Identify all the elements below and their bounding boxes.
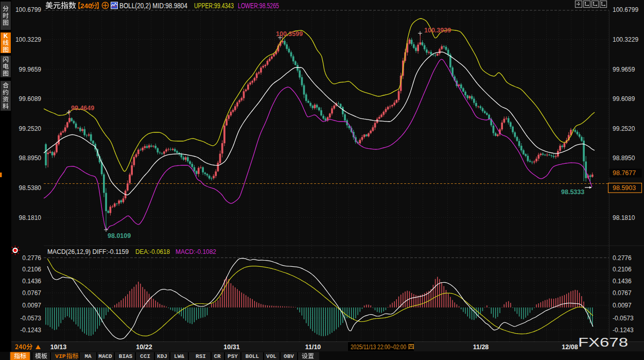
svg-text:100.3229: 100.3229 (613, 36, 638, 43)
svg-text:0.2106: 0.2106 (22, 266, 41, 273)
svg-text:VIP: VIP (55, 353, 66, 359)
svg-text:12/08: 12/08 (562, 344, 578, 351)
svg-text:BIAS: BIAS (119, 353, 133, 359)
svg-text:LOWER:98.5265: LOWER:98.5265 (238, 2, 279, 10)
svg-text:-0.1243: -0.1243 (613, 327, 634, 334)
svg-text:K: K (4, 32, 8, 40)
svg-text:0.1436: 0.1436 (613, 278, 632, 285)
svg-text:OBV: OBV (284, 353, 294, 359)
svg-text:98.5380: 98.5380 (19, 184, 42, 192)
svg-text:0.0097: 0.0097 (22, 302, 41, 309)
svg-text:99.2520: 99.2520 (613, 125, 635, 132)
svg-text:98.5333: 98.5333 (561, 188, 584, 196)
svg-text:99.2520: 99.2520 (19, 125, 42, 132)
svg-text:99.6089: 99.6089 (613, 95, 635, 102)
svg-text:BOLL: BOLL (246, 353, 259, 359)
svg-text:DEA:-0.0618: DEA:-0.0618 (135, 248, 170, 255)
svg-text:-0.0573: -0.0573 (20, 315, 41, 322)
svg-text:-0.1243: -0.1243 (20, 327, 41, 334)
svg-text:MACD: MACD (98, 353, 112, 359)
svg-text:0.0767: 0.0767 (613, 289, 632, 297)
svg-text:PSY: PSY (228, 353, 238, 359)
svg-text:100.6799: 100.6799 (613, 6, 638, 13)
svg-text:CR: CR (214, 353, 221, 359)
svg-text:0.2776: 0.2776 (613, 254, 632, 262)
svg-text:10/31: 10/31 (223, 344, 239, 351)
svg-text:99.6089: 99.6089 (19, 95, 42, 102)
svg-text:10/13: 10/13 (50, 344, 66, 351)
svg-text:BOLL(20,2) MID:98.9804: BOLL(20,2) MID:98.9804 (119, 2, 187, 10)
svg-text:VOL: VOL (266, 353, 276, 359)
svg-text:-0.0573: -0.0573 (613, 315, 634, 322)
svg-text:98.5903: 98.5903 (613, 184, 636, 192)
svg-text:0.0097: 0.0097 (613, 302, 632, 309)
svg-text:RSI: RSI (196, 353, 206, 359)
svg-text:2025/11/13 22:00~02:00: 2025/11/13 22:00~02:00 (351, 344, 406, 351)
svg-text:240: 240 (80, 2, 92, 10)
svg-text:0.1436: 0.1436 (22, 278, 41, 285)
svg-text:98.7677: 98.7677 (613, 169, 636, 177)
svg-text:98.1810: 98.1810 (613, 214, 635, 221)
svg-text:LW&: LW& (174, 353, 184, 359)
svg-text:0.2106: 0.2106 (613, 266, 632, 273)
svg-text:MA: MA (84, 353, 92, 359)
svg-text:99.9659: 99.9659 (613, 66, 635, 73)
svg-text:FX678: FX678 (578, 335, 628, 349)
svg-text:98.0109: 98.0109 (108, 232, 131, 239)
svg-text:100.3229: 100.3229 (15, 36, 41, 43)
svg-text:98.1810: 98.1810 (19, 214, 42, 221)
svg-text:100.6799: 100.6799 (15, 6, 41, 13)
svg-text:98.8950: 98.8950 (19, 155, 42, 162)
svg-text:CCI: CCI (140, 353, 150, 359)
svg-text:MACD:-0.1082: MACD:-0.1082 (176, 248, 216, 255)
svg-text:KDJ: KDJ (157, 353, 167, 359)
svg-text:99.4649: 99.4649 (71, 105, 94, 112)
svg-text:98.8950: 98.8950 (613, 155, 635, 162)
svg-text:100.3939: 100.3939 (424, 27, 451, 34)
svg-text:0.0767: 0.0767 (22, 289, 41, 297)
svg-text:MACD(26,12,9) DIFF:-0.1159: MACD(26,12,9) DIFF:-0.1159 (47, 248, 129, 255)
svg-text:11/28: 11/28 (473, 344, 489, 351)
svg-text:11/10: 11/10 (305, 344, 321, 351)
svg-text:10/22: 10/22 (136, 344, 152, 351)
svg-text:UPPER:99.4343: UPPER:99.4343 (194, 2, 234, 10)
svg-text:0.2776: 0.2776 (22, 254, 41, 262)
svg-text:99.9659: 99.9659 (19, 66, 42, 73)
